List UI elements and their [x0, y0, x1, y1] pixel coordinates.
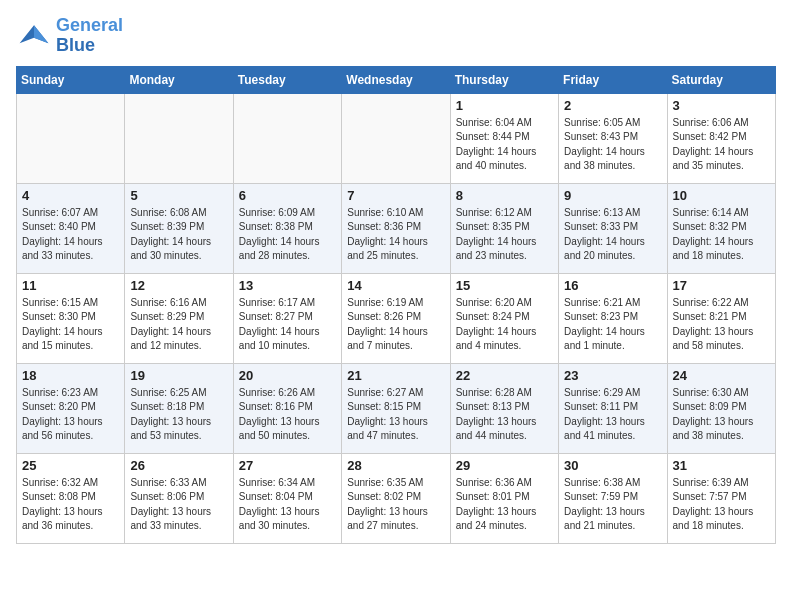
calendar-week-row: 1Sunrise: 6:04 AM Sunset: 8:44 PM Daylig… [17, 93, 776, 183]
calendar-cell: 4Sunrise: 6:07 AM Sunset: 8:40 PM Daylig… [17, 183, 125, 273]
calendar-cell: 19Sunrise: 6:25 AM Sunset: 8:18 PM Dayli… [125, 363, 233, 453]
day-number: 20 [239, 368, 336, 383]
logo-text: General Blue [56, 16, 123, 56]
day-number: 21 [347, 368, 444, 383]
calendar-cell: 13Sunrise: 6:17 AM Sunset: 8:27 PM Dayli… [233, 273, 341, 363]
day-info: Sunrise: 6:21 AM Sunset: 8:23 PM Dayligh… [564, 296, 661, 354]
calendar-cell: 31Sunrise: 6:39 AM Sunset: 7:57 PM Dayli… [667, 453, 775, 543]
calendar-col-header: Monday [125, 66, 233, 93]
day-info: Sunrise: 6:36 AM Sunset: 8:01 PM Dayligh… [456, 476, 553, 534]
calendar-cell: 15Sunrise: 6:20 AM Sunset: 8:24 PM Dayli… [450, 273, 558, 363]
calendar-cell: 20Sunrise: 6:26 AM Sunset: 8:16 PM Dayli… [233, 363, 341, 453]
day-number: 26 [130, 458, 227, 473]
day-info: Sunrise: 6:10 AM Sunset: 8:36 PM Dayligh… [347, 206, 444, 264]
day-number: 12 [130, 278, 227, 293]
calendar-cell: 5Sunrise: 6:08 AM Sunset: 8:39 PM Daylig… [125, 183, 233, 273]
calendar-cell: 16Sunrise: 6:21 AM Sunset: 8:23 PM Dayli… [559, 273, 667, 363]
calendar-cell: 1Sunrise: 6:04 AM Sunset: 8:44 PM Daylig… [450, 93, 558, 183]
day-number: 27 [239, 458, 336, 473]
day-number: 25 [22, 458, 119, 473]
calendar-cell [125, 93, 233, 183]
day-number: 14 [347, 278, 444, 293]
day-info: Sunrise: 6:35 AM Sunset: 8:02 PM Dayligh… [347, 476, 444, 534]
calendar-col-header: Friday [559, 66, 667, 93]
day-number: 31 [673, 458, 770, 473]
calendar-header-row: SundayMondayTuesdayWednesdayThursdayFrid… [17, 66, 776, 93]
svg-marker-1 [34, 25, 48, 43]
day-info: Sunrise: 6:30 AM Sunset: 8:09 PM Dayligh… [673, 386, 770, 444]
day-info: Sunrise: 6:19 AM Sunset: 8:26 PM Dayligh… [347, 296, 444, 354]
day-info: Sunrise: 6:12 AM Sunset: 8:35 PM Dayligh… [456, 206, 553, 264]
calendar-cell [233, 93, 341, 183]
calendar-col-header: Wednesday [342, 66, 450, 93]
day-info: Sunrise: 6:14 AM Sunset: 8:32 PM Dayligh… [673, 206, 770, 264]
day-number: 30 [564, 458, 661, 473]
day-number: 15 [456, 278, 553, 293]
day-info: Sunrise: 6:26 AM Sunset: 8:16 PM Dayligh… [239, 386, 336, 444]
day-number: 24 [673, 368, 770, 383]
calendar-table: SundayMondayTuesdayWednesdayThursdayFrid… [16, 66, 776, 544]
day-number: 11 [22, 278, 119, 293]
day-number: 18 [22, 368, 119, 383]
day-number: 28 [347, 458, 444, 473]
calendar-cell: 10Sunrise: 6:14 AM Sunset: 8:32 PM Dayli… [667, 183, 775, 273]
logo-icon [16, 18, 52, 54]
day-info: Sunrise: 6:04 AM Sunset: 8:44 PM Dayligh… [456, 116, 553, 174]
day-number: 3 [673, 98, 770, 113]
day-info: Sunrise: 6:17 AM Sunset: 8:27 PM Dayligh… [239, 296, 336, 354]
calendar-cell: 9Sunrise: 6:13 AM Sunset: 8:33 PM Daylig… [559, 183, 667, 273]
day-info: Sunrise: 6:23 AM Sunset: 8:20 PM Dayligh… [22, 386, 119, 444]
calendar-week-row: 18Sunrise: 6:23 AM Sunset: 8:20 PM Dayli… [17, 363, 776, 453]
day-number: 1 [456, 98, 553, 113]
day-number: 22 [456, 368, 553, 383]
calendar-cell: 7Sunrise: 6:10 AM Sunset: 8:36 PM Daylig… [342, 183, 450, 273]
day-number: 16 [564, 278, 661, 293]
header: General Blue [16, 16, 776, 56]
calendar-cell: 24Sunrise: 6:30 AM Sunset: 8:09 PM Dayli… [667, 363, 775, 453]
day-info: Sunrise: 6:38 AM Sunset: 7:59 PM Dayligh… [564, 476, 661, 534]
calendar-cell: 29Sunrise: 6:36 AM Sunset: 8:01 PM Dayli… [450, 453, 558, 543]
day-number: 29 [456, 458, 553, 473]
day-info: Sunrise: 6:20 AM Sunset: 8:24 PM Dayligh… [456, 296, 553, 354]
calendar-week-row: 4Sunrise: 6:07 AM Sunset: 8:40 PM Daylig… [17, 183, 776, 273]
day-number: 23 [564, 368, 661, 383]
day-number: 19 [130, 368, 227, 383]
day-info: Sunrise: 6:39 AM Sunset: 7:57 PM Dayligh… [673, 476, 770, 534]
calendar-col-header: Saturday [667, 66, 775, 93]
calendar-cell: 14Sunrise: 6:19 AM Sunset: 8:26 PM Dayli… [342, 273, 450, 363]
day-number: 8 [456, 188, 553, 203]
day-info: Sunrise: 6:34 AM Sunset: 8:04 PM Dayligh… [239, 476, 336, 534]
day-number: 2 [564, 98, 661, 113]
calendar-cell: 21Sunrise: 6:27 AM Sunset: 8:15 PM Dayli… [342, 363, 450, 453]
calendar-cell: 3Sunrise: 6:06 AM Sunset: 8:42 PM Daylig… [667, 93, 775, 183]
calendar-week-row: 25Sunrise: 6:32 AM Sunset: 8:08 PM Dayli… [17, 453, 776, 543]
day-info: Sunrise: 6:28 AM Sunset: 8:13 PM Dayligh… [456, 386, 553, 444]
calendar-cell: 2Sunrise: 6:05 AM Sunset: 8:43 PM Daylig… [559, 93, 667, 183]
day-info: Sunrise: 6:08 AM Sunset: 8:39 PM Dayligh… [130, 206, 227, 264]
calendar-week-row: 11Sunrise: 6:15 AM Sunset: 8:30 PM Dayli… [17, 273, 776, 363]
day-info: Sunrise: 6:25 AM Sunset: 8:18 PM Dayligh… [130, 386, 227, 444]
day-number: 7 [347, 188, 444, 203]
calendar-cell [17, 93, 125, 183]
day-info: Sunrise: 6:13 AM Sunset: 8:33 PM Dayligh… [564, 206, 661, 264]
calendar-cell: 17Sunrise: 6:22 AM Sunset: 8:21 PM Dayli… [667, 273, 775, 363]
calendar-cell: 25Sunrise: 6:32 AM Sunset: 8:08 PM Dayli… [17, 453, 125, 543]
day-number: 6 [239, 188, 336, 203]
day-info: Sunrise: 6:16 AM Sunset: 8:29 PM Dayligh… [130, 296, 227, 354]
day-info: Sunrise: 6:09 AM Sunset: 8:38 PM Dayligh… [239, 206, 336, 264]
day-info: Sunrise: 6:07 AM Sunset: 8:40 PM Dayligh… [22, 206, 119, 264]
calendar-col-header: Sunday [17, 66, 125, 93]
day-info: Sunrise: 6:05 AM Sunset: 8:43 PM Dayligh… [564, 116, 661, 174]
calendar-cell: 30Sunrise: 6:38 AM Sunset: 7:59 PM Dayli… [559, 453, 667, 543]
calendar-cell: 8Sunrise: 6:12 AM Sunset: 8:35 PM Daylig… [450, 183, 558, 273]
day-number: 17 [673, 278, 770, 293]
calendar-cell: 6Sunrise: 6:09 AM Sunset: 8:38 PM Daylig… [233, 183, 341, 273]
logo: General Blue [16, 16, 123, 56]
day-number: 5 [130, 188, 227, 203]
calendar-col-header: Tuesday [233, 66, 341, 93]
calendar-cell: 23Sunrise: 6:29 AM Sunset: 8:11 PM Dayli… [559, 363, 667, 453]
day-info: Sunrise: 6:29 AM Sunset: 8:11 PM Dayligh… [564, 386, 661, 444]
day-number: 10 [673, 188, 770, 203]
day-info: Sunrise: 6:06 AM Sunset: 8:42 PM Dayligh… [673, 116, 770, 174]
day-info: Sunrise: 6:33 AM Sunset: 8:06 PM Dayligh… [130, 476, 227, 534]
